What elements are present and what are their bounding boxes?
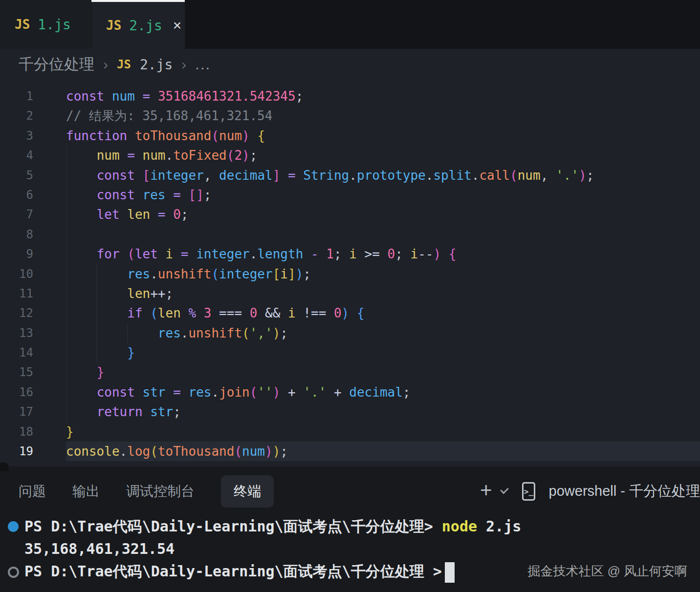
line-number[interactable]: 16 <box>0 382 33 402</box>
line-number[interactable]: 18 <box>0 422 33 442</box>
code-line[interactable]: 8 <box>0 225 700 244</box>
chevron-right-icon: › <box>103 56 108 73</box>
code-text: } <box>66 343 700 362</box>
line-number[interactable]: 4 <box>0 146 33 165</box>
code-line[interactable]: 14 } <box>0 343 700 362</box>
code-line[interactable]: 10 res.unshift(integer[i]); <box>0 264 700 284</box>
js-file-icon: JS <box>106 18 121 33</box>
line-number[interactable]: 9 <box>0 244 33 264</box>
editor-tab-1js[interactable]: JS 1.js <box>0 0 91 49</box>
terminal-line: PS D:\Trae代码\Daily-Learning\面试考点\千分位处理> … <box>0 515 700 538</box>
indent-guide <box>127 323 128 343</box>
line-number[interactable]: 15 <box>0 362 33 382</box>
line-number[interactable]: 5 <box>0 166 33 185</box>
code-text: num = num.toFixed(2); <box>66 146 700 165</box>
code-text: if (len % 3 === 0 && i !== 0) { <box>66 303 700 323</box>
code-text: len++; <box>66 284 700 303</box>
line-number[interactable]: 1 <box>0 86 33 106</box>
breadcrumb-file[interactable]: 2.js <box>140 57 173 73</box>
panel-resize-handle[interactable] <box>0 463 9 471</box>
editor-tab-bar: JS 1.js JS 2.js × <box>0 0 700 49</box>
code-text: let len = 0; <box>66 205 700 224</box>
code-line[interactable]: 5 const [integer, decimal] = String.prot… <box>0 166 700 185</box>
code-text: const res = []; <box>66 185 700 205</box>
chevron-right-icon: › <box>181 56 186 73</box>
code-line[interactable]: 13 res.unshift(','); <box>0 323 700 343</box>
tab-filename: 2.js <box>129 18 162 34</box>
code-line[interactable]: 4 num = num.toFixed(2); <box>0 146 700 165</box>
code-line[interactable]: 11 len++; <box>0 284 700 303</box>
panel-tab-debug-console[interactable]: 调试控制台 <box>126 475 195 507</box>
line-number[interactable]: 8 <box>0 225 33 244</box>
code-text: function toThousand(num) { <box>66 126 700 146</box>
close-tab-icon[interactable]: × <box>173 17 182 34</box>
line-number[interactable]: 10 <box>0 264 33 284</box>
line-number[interactable]: 17 <box>0 402 33 422</box>
code-line[interactable]: 16 const str = res.join('') + '.' + deci… <box>0 382 700 402</box>
line-number[interactable]: 12 <box>0 303 33 323</box>
panel-tab-output[interactable]: 输出 <box>72 475 100 507</box>
command-pending-circle-icon <box>8 567 19 578</box>
code-text: const [integer, decimal] = String.protot… <box>66 166 700 185</box>
line-number[interactable]: 19 <box>0 442 33 461</box>
terminal-session-label[interactable]: powershell - 千分位处理 <box>549 482 700 501</box>
line-number[interactable]: 6 <box>0 185 33 205</box>
new-terminal-icon[interactable]: + <box>480 480 492 501</box>
js-file-icon: JS <box>15 17 30 32</box>
code-text: const num = 35168461321.542345; <box>66 86 700 106</box>
breadcrumb-symbol-more[interactable]: ... <box>195 56 211 73</box>
code-line[interactable]: 2// 结果为: 35,168,461,321.54 <box>0 106 700 126</box>
line-number[interactable]: 7 <box>0 205 33 224</box>
code-text: for (let i = integer.length - 1; i >= 0;… <box>66 244 700 264</box>
code-line[interactable]: 12 if (len % 3 === 0 && i !== 0) { <box>0 303 700 323</box>
command-success-dot-icon <box>8 521 19 532</box>
code-text: res.unshift(','); <box>66 323 700 343</box>
code-area: 1const num = 35168461321.542345;2// 结果为:… <box>0 80 700 461</box>
watermark: 掘金技术社区 @ 风止何安啊 <box>527 563 687 580</box>
code-text: } <box>66 362 700 382</box>
line-number[interactable]: 13 <box>0 323 33 343</box>
code-line[interactable]: 18} <box>0 422 700 442</box>
code-text: } <box>66 422 700 442</box>
line-number[interactable]: 14 <box>0 343 33 362</box>
breadcrumb: 千分位处理 › JS 2.js › ... <box>0 49 700 80</box>
panel-tab-problems[interactable]: 问题 <box>19 475 46 507</box>
js-file-icon: JS <box>117 58 131 71</box>
code-text: // 结果为: 35,168,461,321.54 <box>66 106 700 126</box>
terminal[interactable]: PS D:\Trae代码\Daily-Learning\面试考点\千分位处理> … <box>0 515 700 592</box>
line-number[interactable]: 3 <box>0 126 33 146</box>
tab-filename: 1.js <box>38 17 70 33</box>
code-line[interactable]: 15 } <box>0 362 700 382</box>
code-line[interactable]: 1const num = 35168461321.542345; <box>0 86 700 106</box>
code-text: console.log(toThousand(num)); <box>66 442 700 461</box>
code-line[interactable]: 7 let len = 0; <box>0 205 700 224</box>
code-line[interactable]: 19console.log(toThousand(num)); <box>0 442 700 461</box>
terminal-shell-icon: >_ <box>522 482 535 501</box>
indent-guide <box>97 264 97 363</box>
code-text: return str; <box>66 402 700 422</box>
code-line[interactable]: 9 for (let i = integer.length - 1; i >= … <box>0 244 700 264</box>
code-line[interactable]: 6 const res = []; <box>0 185 700 205</box>
panel-tab-terminal[interactable]: 终端 <box>221 475 274 507</box>
line-number[interactable]: 2 <box>0 106 33 126</box>
terminal-cursor <box>445 562 455 583</box>
terminal-line: 35,168,461,321.54 <box>0 538 700 560</box>
code-text <box>66 225 700 244</box>
panel-actions: + >_ powershell - 千分位处理 <box>480 475 700 507</box>
code-editor[interactable]: 1const num = 35168461321.542345;2// 结果为:… <box>0 80 700 466</box>
code-line[interactable]: 17 return str; <box>0 402 700 422</box>
editor-tab-2js[interactable]: JS 2.js × <box>91 0 185 49</box>
breadcrumb-folder[interactable]: 千分位处理 <box>19 54 94 75</box>
indent-guide <box>66 146 67 422</box>
code-text: res.unshift(integer[i]); <box>66 264 700 284</box>
code-text: const str = res.join('') + '.' + decimal… <box>66 382 700 402</box>
panel-tab-bar: 问题 输出 调试控制台 终端 <box>19 475 274 507</box>
code-line[interactable]: 3function toThousand(num) { <box>0 126 700 146</box>
line-number[interactable]: 11 <box>0 284 33 303</box>
chevron-down-icon[interactable] <box>500 485 509 494</box>
